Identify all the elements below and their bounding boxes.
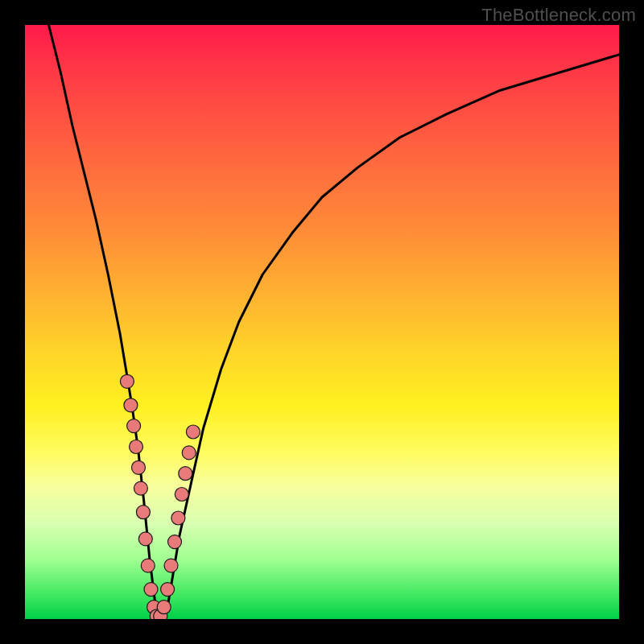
data-marker: [186, 425, 200, 439]
data-marker: [182, 446, 196, 460]
data-marker: [171, 511, 185, 525]
data-marker: [138, 532, 152, 546]
data-marker: [130, 440, 143, 454]
watermark-text: TheBottleneck.com: [481, 5, 636, 26]
data-marker: [127, 419, 141, 433]
data-marker: [161, 583, 175, 597]
data-marker: [124, 398, 138, 412]
data-marker: [120, 374, 134, 388]
data-marker: [164, 559, 178, 572]
data-marker: [136, 506, 150, 519]
data-marker: [144, 583, 158, 597]
data-marker: [132, 460, 146, 474]
data-marker: [179, 467, 192, 481]
data-marker: [157, 601, 171, 614]
curve-path: [49, 25, 620, 619]
data-marker: [134, 481, 147, 495]
data-marker: [141, 559, 155, 572]
plot-area: [25, 25, 619, 619]
bottleneck-curve: [25, 25, 619, 619]
data-marker: [168, 535, 182, 549]
data-marker: [175, 488, 188, 502]
chart-frame: TheBottleneck.com: [0, 0, 644, 644]
